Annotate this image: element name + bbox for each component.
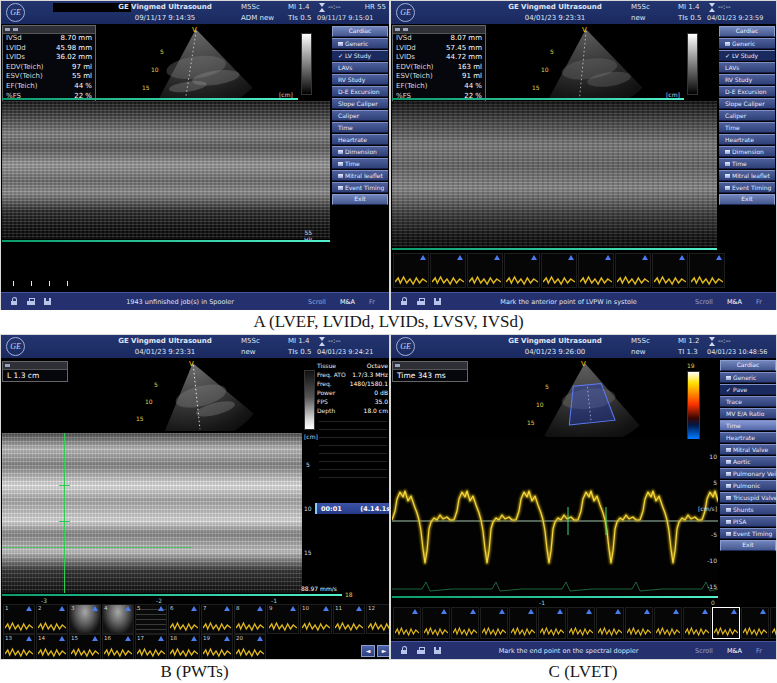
cine-thumbnail[interactable] bbox=[541, 253, 577, 288]
menu-header[interactable]: Cardiac bbox=[720, 360, 776, 371]
cine-thumbnail[interactable] bbox=[615, 253, 651, 288]
menu-item[interactable]: ✓ Heartrate bbox=[719, 134, 775, 145]
cine-thumbnail[interactable] bbox=[689, 253, 725, 288]
cine-thumbnail[interactable]: 16 bbox=[102, 634, 134, 659]
menu-exit-button[interactable]: Exit bbox=[719, 194, 775, 205]
save-icon[interactable] bbox=[434, 297, 442, 306]
menu-item[interactable]: ✓ D-E Excursion bbox=[719, 86, 775, 97]
cine-thumbnail[interactable] bbox=[625, 607, 653, 639]
cine-thumbnail[interactable] bbox=[652, 253, 688, 288]
cine-thumbnail[interactable]: 6 bbox=[168, 604, 200, 634]
menu-item[interactable]: ✓ Time bbox=[719, 122, 775, 133]
menu-item[interactable]: ✓ Aortic bbox=[720, 456, 776, 467]
printer-icon[interactable] bbox=[27, 297, 35, 306]
cine-thumbnail[interactable]: 19 bbox=[201, 634, 233, 659]
cine-thumbnail[interactable]: 7 bbox=[201, 604, 233, 634]
cine-thumbnail[interactable]: 3 bbox=[69, 604, 101, 634]
menu-item[interactable]: ✓ Time bbox=[332, 122, 388, 133]
menu-item[interactable]: ✓ Generic bbox=[720, 372, 776, 383]
menu-item[interactable]: ✓ Pave bbox=[720, 384, 776, 395]
menu-item[interactable]: ✓ Time bbox=[719, 158, 775, 169]
menu-item[interactable]: ✓ RV Study bbox=[719, 74, 775, 85]
cine-thumbnail[interactable] bbox=[596, 607, 624, 639]
lock-icon[interactable] bbox=[400, 297, 408, 306]
menu-item[interactable]: ✓ Event Timing bbox=[719, 182, 775, 193]
menu-item[interactable]: ✓ Generic bbox=[719, 38, 775, 49]
cine-thumbnail[interactable]: 9 bbox=[267, 604, 299, 634]
save-icon[interactable] bbox=[44, 297, 52, 306]
menu-item[interactable]: ✓ Dimension bbox=[332, 146, 388, 157]
freeze-button[interactable]: Fr bbox=[756, 647, 762, 655]
cine-thumbnail[interactable] bbox=[683, 607, 711, 639]
menu-item[interactable]: ✓ Tricuspid Valve bbox=[720, 492, 776, 503]
cine-thumbnail[interactable] bbox=[451, 607, 479, 639]
cine-thumbnail[interactable] bbox=[480, 607, 508, 639]
menu-item[interactable]: ✓ PISA bbox=[720, 516, 776, 527]
menu-item[interactable]: ✓ LAVs bbox=[719, 62, 775, 73]
printer-icon[interactable] bbox=[417, 646, 425, 655]
lock-icon[interactable] bbox=[400, 646, 408, 655]
cine-thumbnail[interactable] bbox=[654, 607, 682, 639]
cine-thumbnail[interactable] bbox=[712, 607, 740, 639]
page-previous-button[interactable]: ◄ bbox=[361, 645, 375, 657]
printer-icon[interactable] bbox=[417, 297, 425, 306]
menu-item[interactable]: ✓ Event Timing bbox=[332, 182, 388, 193]
menu-item[interactable]: ✓ RV Study bbox=[332, 74, 388, 85]
cine-thumbnail[interactable] bbox=[538, 607, 566, 639]
cine-thumbnail[interactable]: 12 bbox=[366, 604, 389, 634]
page-next-button[interactable]: ► bbox=[377, 645, 389, 657]
cine-thumbnail[interactable]: 17 bbox=[135, 634, 167, 659]
cine-thumbnail[interactable]: 2 bbox=[36, 604, 68, 634]
menu-item[interactable]: ✓ LV Study bbox=[719, 50, 775, 61]
cine-thumbnail[interactable] bbox=[393, 253, 429, 288]
menu-exit-button[interactable]: Exit bbox=[720, 540, 776, 551]
save-icon[interactable] bbox=[434, 646, 442, 655]
cine-thumbnail[interactable]: 1 bbox=[3, 604, 35, 634]
menu-item[interactable]: ✓ D-E Excursion bbox=[332, 86, 388, 97]
cine-thumbnail[interactable]: 5 bbox=[135, 604, 167, 634]
menu-item[interactable]: ✓ Heartrate bbox=[720, 432, 776, 443]
scroll-mode-button[interactable]: Scroll bbox=[695, 298, 713, 306]
caliper-end-mark[interactable] bbox=[59, 521, 70, 522]
cine-thumbnail[interactable]: 13 bbox=[3, 634, 35, 659]
menu-item[interactable]: ✓ Caliper bbox=[719, 110, 775, 121]
cine-thumbnail[interactable]: 8 bbox=[234, 604, 266, 634]
caliper-start-mark[interactable] bbox=[59, 485, 70, 486]
cine-thumbnail[interactable]: 15 bbox=[69, 634, 101, 659]
cine-thumbnail[interactable] bbox=[393, 607, 421, 639]
cine-thumbnail[interactable] bbox=[422, 607, 450, 639]
menu-item[interactable]: ✓ MV E/A Ratio bbox=[720, 408, 776, 419]
lock-icon[interactable] bbox=[10, 297, 18, 306]
menu-item[interactable]: ✓ Slope Caliper bbox=[719, 98, 775, 109]
menu-item[interactable]: ✓ LAVs bbox=[332, 62, 388, 73]
cine-thumbnail[interactable] bbox=[467, 253, 503, 288]
caliper-cursor-line[interactable] bbox=[64, 433, 65, 593]
measure-analyze-button[interactable]: M&A bbox=[727, 298, 742, 306]
freeze-button[interactable]: Fr bbox=[756, 298, 762, 306]
freeze-button[interactable]: Fr bbox=[369, 298, 375, 306]
menu-item[interactable]: ✓ Mitral leaflet bbox=[719, 170, 775, 181]
menu-item[interactable]: ✓ Slope Caliper bbox=[332, 98, 388, 109]
cine-thumbnail[interactable]: 14 bbox=[36, 634, 68, 659]
menu-item[interactable]: ✓ Heartrate bbox=[332, 134, 388, 145]
cine-thumbnail[interactable] bbox=[770, 607, 776, 639]
measure-analyze-button[interactable]: M&A bbox=[727, 647, 742, 655]
menu-item[interactable]: ✓ Pulmonary Vein bbox=[720, 468, 776, 479]
scroll-mode-button[interactable]: Scroll bbox=[308, 298, 326, 306]
menu-item[interactable]: ✓ Caliper bbox=[332, 110, 388, 121]
measure-analyze-button[interactable]: M&A bbox=[340, 298, 355, 306]
cine-thumbnail[interactable]: 20 bbox=[234, 634, 266, 659]
menu-item[interactable]: ✓ Time bbox=[332, 158, 388, 169]
menu-item[interactable]: ✓ Time bbox=[720, 420, 776, 431]
cine-thumbnail[interactable] bbox=[430, 253, 466, 288]
cine-thumbnail[interactable] bbox=[509, 607, 537, 639]
menu-item[interactable]: ✓ Mitral leaflet bbox=[332, 170, 388, 181]
cine-thumbnail[interactable] bbox=[578, 253, 614, 288]
menu-item[interactable]: ✓ Trace bbox=[720, 396, 776, 407]
cine-thumbnail[interactable] bbox=[741, 607, 769, 639]
menu-item[interactable]: ✓ Shunts bbox=[720, 504, 776, 515]
cine-thumbnail[interactable]: 10 bbox=[300, 604, 332, 634]
menu-header[interactable]: Cardiac bbox=[719, 26, 775, 37]
menu-item[interactable]: ✓ Dimension bbox=[719, 146, 775, 157]
menu-item[interactable]: ✓ Pulmonic bbox=[720, 480, 776, 491]
